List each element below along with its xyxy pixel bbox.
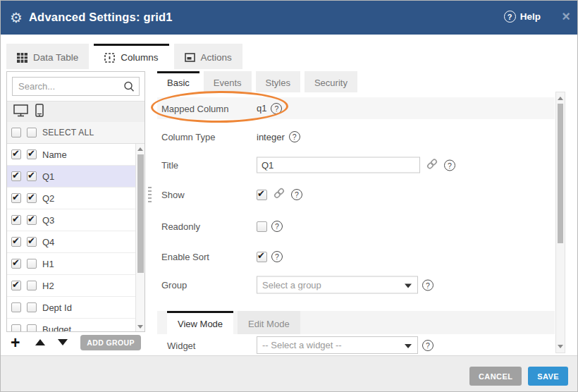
group-row: Group Select a group ? — [157, 274, 555, 296]
help-icon[interactable]: ? — [289, 131, 300, 142]
tab-view-mode[interactable]: View Mode — [167, 311, 233, 334]
readonly-row: Readonly ? — [157, 216, 555, 237]
widget-select[interactable]: -- Select a widget -- — [257, 336, 418, 354]
panel-scrollbar-thumb[interactable] — [558, 104, 563, 243]
close-icon[interactable]: × — [562, 8, 570, 25]
list-item[interactable]: Budget — [7, 319, 135, 332]
bind-link-icon[interactable] — [426, 157, 438, 173]
scroll-up-icon[interactable] — [137, 147, 143, 151]
save-button[interactable]: SAVE — [528, 367, 568, 386]
list-item[interactable]: Name — [7, 144, 135, 166]
scroll-up-icon[interactable] — [558, 97, 563, 100]
tab-actions[interactable]: Actions — [174, 44, 242, 69]
chevron-down-icon — [405, 344, 412, 348]
list-item[interactable]: H2 — [7, 275, 135, 297]
help-icon[interactable]: ? — [291, 189, 302, 200]
column-name: Q2 — [42, 193, 54, 204]
desktop-checkbox[interactable] — [11, 324, 21, 332]
desktop-checkbox[interactable] — [11, 237, 21, 247]
mobile-checkbox[interactable] — [27, 302, 37, 312]
readonly-checkbox[interactable] — [257, 221, 267, 232]
add-group-button[interactable]: ADD GROUP — [80, 335, 141, 350]
bind-link-icon[interactable] — [273, 187, 285, 202]
list-scrollbar-thumb[interactable] — [137, 154, 144, 273]
column-name: Q1 — [42, 171, 54, 182]
desktop-icon[interactable] — [13, 104, 28, 120]
desktop-checkbox[interactable] — [11, 171, 21, 181]
help-icon[interactable]: ? — [271, 251, 283, 262]
widget-label: Widget — [167, 341, 195, 351]
widget-row: Widget -- Select a widget -- ? — [157, 334, 555, 355]
list-item[interactable]: Q3 — [7, 209, 135, 231]
desktop-checkbox[interactable] — [11, 149, 21, 159]
search-input[interactable] — [13, 78, 139, 95]
column-name: Q3 — [42, 215, 54, 226]
help-icon[interactable]: ? — [422, 340, 434, 351]
sidebar-toolbar: + ADD GROUP — [6, 333, 145, 351]
column-type-row: Column Type integer ? — [157, 126, 555, 147]
desktop-checkbox[interactable] — [11, 302, 21, 312]
help-icon[interactable]: ? — [444, 159, 455, 171]
select-all-mobile-checkbox[interactable] — [27, 128, 37, 137]
data-table-icon — [17, 53, 27, 63]
scroll-down-icon[interactable] — [137, 325, 143, 329]
mobile-checkbox[interactable] — [27, 193, 37, 203]
mobile-checkbox[interactable] — [27, 215, 37, 225]
scroll-down-icon[interactable] — [558, 345, 563, 348]
show-checkbox[interactable] — [257, 190, 267, 200]
enable-sort-label: Enable Sort — [161, 252, 209, 262]
column-type-label: Column Type — [161, 132, 215, 142]
select-all-label: SELECT ALL — [42, 128, 94, 137]
mobile-checkbox[interactable] — [27, 149, 37, 159]
panel-scrollbar[interactable] — [555, 92, 565, 353]
mobile-checkbox[interactable] — [27, 281, 37, 290]
mobile-checkbox[interactable] — [27, 324, 37, 332]
help-icon[interactable]: ? — [271, 221, 283, 232]
desktop-checkbox[interactable] — [11, 215, 21, 225]
move-up-icon[interactable] — [35, 339, 45, 345]
actions-icon — [185, 53, 195, 62]
mobile-checkbox[interactable] — [27, 259, 37, 269]
list-item[interactable]: Dept Id — [7, 297, 135, 319]
tab-edit-mode[interactable]: Edit Mode — [238, 311, 300, 334]
column-name: Name — [42, 149, 67, 160]
tab-security[interactable]: Security — [305, 71, 357, 92]
list-item[interactable]: Q1 — [7, 166, 135, 188]
tab-basic[interactable]: Basic — [157, 71, 199, 92]
tab-columns[interactable]: Columns — [94, 44, 168, 69]
dialog-footer: CANCEL SAVE — [1, 355, 577, 392]
mode-section: View Mode Edit Mode Widget -- Select a w… — [157, 311, 555, 355]
select-all-desktop-checkbox[interactable] — [11, 128, 21, 137]
enable-sort-checkbox[interactable] — [257, 252, 267, 262]
title-label: Title — [161, 160, 178, 171]
help-label: Help — [520, 11, 541, 22]
desktop-checkbox[interactable] — [11, 259, 21, 269]
tab-events[interactable]: Events — [204, 71, 252, 92]
title-row: Title ? — [157, 154, 555, 176]
title-input[interactable] — [257, 157, 420, 173]
tab-data-table[interactable]: Data Table — [6, 44, 89, 69]
desktop-checkbox[interactable] — [11, 281, 21, 290]
desktop-checkbox[interactable] — [11, 193, 21, 203]
column-name: H2 — [42, 281, 54, 291]
help-icon[interactable]: ? — [422, 279, 434, 290]
list-scrollbar[interactable] — [135, 144, 144, 332]
select-all-row[interactable]: SELECT ALL — [7, 122, 144, 144]
move-down-icon[interactable] — [58, 339, 68, 345]
list-item[interactable]: Q2 — [7, 188, 135, 209]
mobile-icon[interactable] — [35, 104, 44, 120]
group-select[interactable]: Select a group — [257, 276, 418, 294]
panel-splitter[interactable] — [148, 187, 152, 202]
cancel-button[interactable]: CANCEL — [469, 367, 522, 386]
add-column-button[interactable]: + — [11, 335, 20, 350]
help-circle-icon: ? — [504, 11, 516, 23]
readonly-label: Readonly — [161, 221, 200, 232]
main-tabbar: Data Table Columns Actions — [6, 44, 242, 69]
gear-icon: ⚙ — [10, 9, 23, 26]
mobile-checkbox[interactable] — [27, 171, 37, 181]
help-button[interactable]: ? Help — [504, 11, 541, 23]
tab-styles[interactable]: Styles — [256, 71, 300, 92]
mobile-checkbox[interactable] — [27, 237, 37, 247]
list-item[interactable]: Q4 — [7, 231, 135, 253]
list-item[interactable]: H1 — [7, 253, 135, 275]
